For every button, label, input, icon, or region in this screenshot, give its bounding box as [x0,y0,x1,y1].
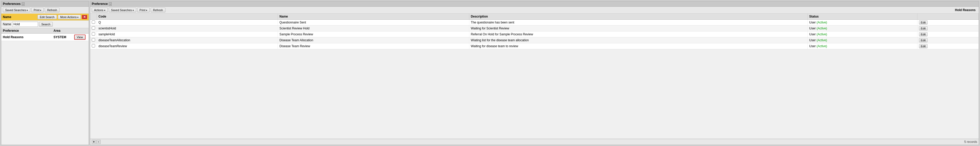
table-row: diseaseTeamAllocation Disease Team Alloc… [90,37,979,43]
row-edit-button[interactable]: Edit [919,26,928,30]
row-edit-cell: Edit [917,32,978,37]
row-status-active: (Active) [817,27,827,30]
row-status-active: (Active) [817,38,827,42]
row-status: User (Active) [808,32,918,37]
right-refresh-button[interactable]: Refresh [151,8,165,13]
preference-value: Hold Reasons [3,35,54,39]
row-checkbox[interactable] [92,32,95,36]
left-panel: Preferences - Saved Searches Print Refre… [1,1,89,145]
search-name-bar: Name Edit Search More Actions ✕ [1,14,89,21]
left-panel-collapse-button[interactable]: - [22,2,25,6]
row-code: sampleHold [97,32,278,37]
row-edit-button[interactable]: Edit [919,38,928,42]
left-panel-title: Preferences [3,2,21,6]
table-wrapper: Code Name Description Status Q Questionn… [90,14,979,139]
right-saved-searches-button[interactable]: Saved Searches [109,8,136,13]
area-value: SYSTEM [54,35,74,39]
row-code: diseaseTeamAllocation [97,37,278,43]
name-col-header: Name [278,14,469,20]
row-name: Scientist Review Hold [278,25,469,32]
table-header-row: Code Name Description Status [90,14,979,20]
search-name-actions: Edit Search More Actions ✕ [38,15,87,19]
row-status: User (Active) [808,37,918,43]
status-col-header: Status [808,14,918,20]
search-row: Name Search [1,21,89,28]
row-edit-cell: Edit [917,20,978,25]
right-toolbar-left: Actions Saved Searches Print Refresh [92,8,165,13]
table-footer: + - 5 records [90,139,979,145]
actions-button[interactable]: Actions [92,8,108,13]
row-checkbox[interactable] [92,26,95,30]
area-col-header: Area [54,29,74,32]
saved-searches-button[interactable]: Saved Searches [3,8,30,13]
close-button[interactable]: ✕ [82,15,87,19]
row-status-active: (Active) [817,21,827,24]
edit-col-header [917,14,978,20]
preference-col-header: Preference [3,29,54,32]
table-row: diseaseTeamReview Disease Team Review Wa… [90,43,979,49]
row-edit-button[interactable]: Edit [919,44,928,48]
row-name: Sample Process Review [278,32,469,37]
name-input[interactable] [12,22,38,27]
right-panel-header: Preference - [90,1,979,7]
row-description: Wiating list for the disease team alloca… [469,37,807,43]
print-button[interactable]: Print [31,8,44,13]
row-edit-button[interactable]: Edit [919,21,928,24]
search-name-label: Name [3,15,11,19]
row-status: User (Active) [808,20,918,25]
row-checkbox-cell[interactable] [90,37,97,43]
hold-reasons-label: Hold Reasons [955,8,977,12]
row-name: Disease Team Review [278,43,469,49]
row-status: User (Active) [808,25,918,32]
row-checkbox-cell[interactable] [90,32,97,37]
row-code: Q [97,20,278,25]
left-panel-header: Preferences - [1,1,89,7]
table-row: Q Questionnaire Sent The questionaire ha… [90,20,979,25]
row-edit-cell: Edit [917,25,978,32]
remove-button[interactable]: - [96,140,100,144]
right-panel-title: Preference [92,2,108,6]
row-checkbox-cell[interactable] [90,20,97,25]
description-col-header: Description [469,14,807,20]
view-btn-container: View [74,35,87,40]
table-column-headers: Preference Area [1,28,89,33]
row-status-active: (Active) [817,32,827,36]
row-checkbox[interactable] [92,21,95,24]
more-actions-button[interactable]: More Actions [58,15,81,19]
add-button[interactable]: + [92,140,96,144]
refresh-button[interactable]: Refresh [45,8,59,13]
check-col-header [90,14,97,20]
right-panel-collapse-button[interactable]: - [109,2,111,6]
row-edit-cell: Edit [917,37,978,43]
name-label: Name [3,22,11,26]
preferences-table: Code Name Description Status Q Questionn… [90,14,979,49]
list-item: Hold Reasons SYSTEM View [1,33,89,41]
edit-search-button[interactable]: Edit Search [38,15,57,19]
code-col-header: Code [97,14,278,20]
row-checkbox[interactable] [92,38,95,41]
row-name: Disease Team Allocation [278,37,469,43]
right-toolbar: Actions Saved Searches Print Refresh Hol… [90,7,979,14]
right-panel: Preference - Actions Saved Searches Prin… [90,1,979,145]
row-name: Questionnaire Sent [278,20,469,25]
row-edit-cell: Edit [917,43,978,49]
actions-col-header [74,29,87,32]
row-code: diseaseTeamReview [97,43,278,49]
search-button[interactable]: Search [39,22,53,27]
table-row: sampleHold Sample Process Review Referra… [90,32,979,37]
row-status: User (Active) [808,43,918,49]
table-row: scientistHold Scientist Review Hold Wait… [90,25,979,32]
records-count: 5 records [964,140,977,144]
row-checkbox-cell[interactable] [90,43,97,49]
row-description: Waiting for Scientist Review [469,25,807,32]
right-print-button[interactable]: Print [137,8,150,13]
row-description: Referral On Hold for Sample Process Revi… [469,32,807,37]
row-checkbox[interactable] [92,44,95,48]
add-remove-controls: + - [92,140,100,144]
row-code: scientistHold [97,25,278,32]
row-checkbox-cell[interactable] [90,25,97,32]
row-status-active: (Active) [817,44,827,48]
view-button[interactable]: View [74,35,86,40]
row-description: The questionaire has been sent [469,20,807,25]
row-edit-button[interactable]: Edit [919,32,928,36]
